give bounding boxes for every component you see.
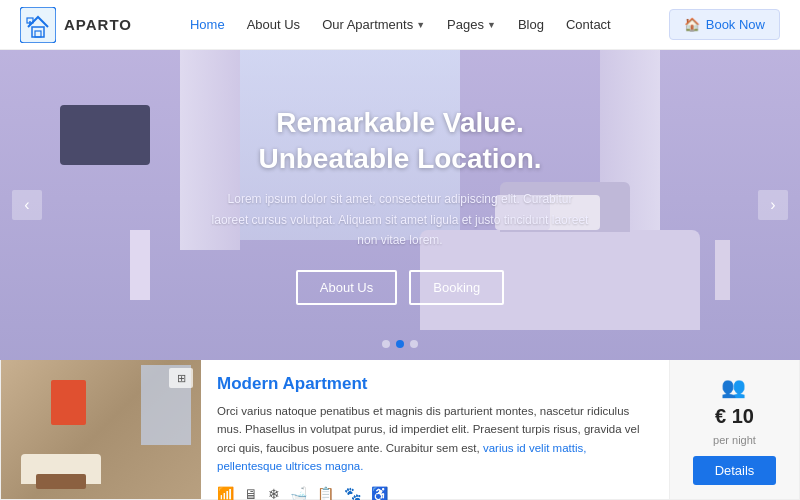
hero-dots bbox=[382, 340, 418, 348]
nav-pages[interactable]: Pages ▼ bbox=[447, 17, 496, 32]
hero-section: Remarkable Value. Unbeatable Location. L… bbox=[0, 50, 800, 360]
dot-3[interactable] bbox=[410, 340, 418, 348]
wifi-icon: 📶 bbox=[217, 486, 234, 500]
card-image-gallery-icon[interactable]: ⊞ bbox=[169, 368, 193, 388]
apartments-arrow-icon: ▼ bbox=[416, 20, 425, 30]
accessible-icon: ♿ bbox=[371, 486, 388, 500]
arrow-right-icon: › bbox=[770, 196, 775, 214]
logo[interactable]: APARTO bbox=[20, 7, 132, 43]
pet-icon: 🐾 bbox=[344, 486, 361, 500]
per-night-label: per night bbox=[713, 434, 756, 446]
pages-arrow-icon: ▼ bbox=[487, 20, 496, 30]
price: € 10 bbox=[715, 405, 754, 428]
nav-our-apartments[interactable]: Our Apartments ▼ bbox=[322, 17, 425, 32]
nav-contact[interactable]: Contact bbox=[566, 17, 611, 32]
nav-blog[interactable]: Blog bbox=[518, 17, 544, 32]
card-amenities: 📶 🖥 ❄ 🛁 📋 🐾 ♿ bbox=[217, 486, 653, 500]
grid-icon: ⊞ bbox=[177, 372, 186, 385]
ac-icon: ❄ bbox=[268, 486, 280, 500]
nav-about-us[interactable]: About Us bbox=[247, 17, 300, 32]
hero-title: Remarkable Value. Unbeatable Location. bbox=[200, 105, 600, 178]
hero-overlay: Remarkable Value. Unbeatable Location. L… bbox=[0, 50, 800, 360]
card-desc-link[interactable]: varius id velit mattis, pellentesque ult… bbox=[217, 442, 586, 472]
apartment-card: ⊞ Modern Apartment Orci varius natoque p… bbox=[0, 360, 800, 500]
tv-icon: 🖥 bbox=[244, 486, 258, 500]
bath-icon: 🛁 bbox=[290, 486, 307, 500]
table-decor bbox=[36, 474, 86, 489]
card-description: Orci varius natoque penatibus et magnis … bbox=[217, 402, 653, 476]
people-icon: 👥 bbox=[721, 375, 748, 399]
hero-next-button[interactable]: › bbox=[758, 190, 788, 220]
desk-icon: 📋 bbox=[317, 486, 334, 500]
logo-icon bbox=[20, 7, 56, 43]
hero-about-button[interactable]: About Us bbox=[296, 270, 397, 305]
card-title: Modern Apartment bbox=[217, 374, 653, 394]
logo-text: APARTO bbox=[64, 16, 132, 33]
card-pricing: 👥 € 10 per night Details bbox=[669, 360, 799, 499]
arrow-left-icon: ‹ bbox=[24, 196, 29, 214]
dot-2[interactable] bbox=[396, 340, 404, 348]
hero-subtitle: Lorem ipsum dolor sit amet, consectetur … bbox=[210, 189, 590, 250]
book-icon: 🏠 bbox=[684, 17, 700, 32]
header: APARTO Home About Us Our Apartments ▼ Pa… bbox=[0, 0, 800, 50]
hero-prev-button[interactable]: ‹ bbox=[12, 190, 42, 220]
card-image: ⊞ bbox=[1, 360, 201, 499]
details-button[interactable]: Details bbox=[693, 456, 777, 485]
art-decor bbox=[51, 380, 86, 425]
hero-booking-button[interactable]: Booking bbox=[409, 270, 504, 305]
main-nav: Home About Us Our Apartments ▼ Pages ▼ B… bbox=[190, 17, 611, 32]
dot-1[interactable] bbox=[382, 340, 390, 348]
nav-home[interactable]: Home bbox=[190, 17, 225, 32]
book-now-button[interactable]: 🏠 Book Now bbox=[669, 9, 780, 40]
card-content: Modern Apartment Orci varius natoque pen… bbox=[201, 360, 669, 499]
hero-buttons: About Us Booking bbox=[296, 270, 504, 305]
